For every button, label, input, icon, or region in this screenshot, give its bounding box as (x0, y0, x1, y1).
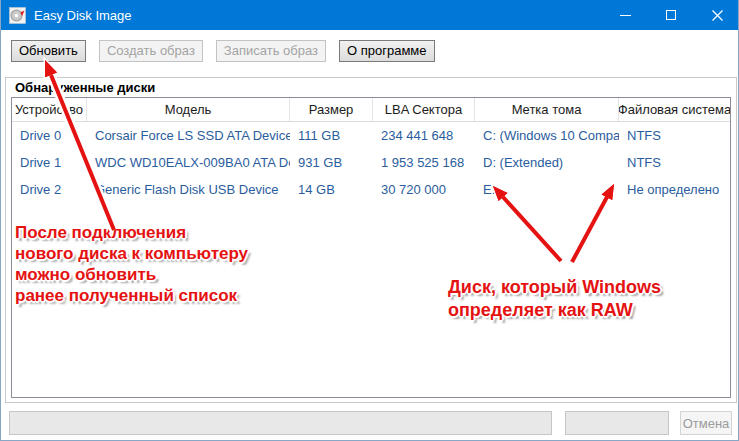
cancel-button: Отмена (680, 411, 732, 435)
cell-filesystem: NTFS (619, 149, 730, 176)
annotation-line: нового диска к компьютеру (15, 243, 248, 264)
write-image-button: Записать образ (216, 40, 326, 62)
annotation-raw-note: Диск, который Windows определяет как RAW (448, 276, 661, 322)
progress-bar-main (9, 411, 552, 435)
cell-volume-label: E: (475, 176, 619, 203)
cell-size: 14 GB (290, 176, 373, 203)
column-header-device[interactable]: Устройство (12, 98, 87, 121)
minimize-icon (620, 15, 631, 16)
table-header-row: Устройство Модель Размер LBA Сектора Мет… (12, 98, 730, 122)
annotation-line: Диск, который Windows (448, 276, 661, 299)
table-row-drive1[interactable]: Drive 1 WDC WD10EALX-009BA0 ATA Devic 93… (12, 149, 730, 176)
cell-model: WDC WD10EALX-009BA0 ATA Devic (87, 149, 290, 176)
annotation-line: можно обновить (15, 264, 248, 285)
cell-lba: 234 441 648 (373, 122, 475, 149)
cell-size: 931 GB (290, 149, 373, 176)
progress-bar-secondary (565, 411, 669, 435)
annotation-refresh-note: После подключения нового диска к компьют… (15, 222, 248, 306)
cell-lba: 1 953 525 168 (373, 149, 475, 176)
window-title: Easy Disk Image (34, 8, 132, 23)
cell-filesystem: NTFS (619, 122, 730, 149)
maximize-icon (666, 10, 676, 20)
table-row-drive0[interactable]: Drive 0 Corsair Force LS SSD ATA Device … (12, 122, 730, 149)
title-bar: Easy Disk Image (1, 0, 739, 30)
close-button[interactable] (694, 0, 739, 30)
annotation-line: ранее полученный список (15, 285, 248, 306)
cell-device: Drive 2 (12, 176, 87, 203)
group-title: Обнаруженные диски (15, 80, 155, 95)
refresh-button[interactable]: Обновить (11, 40, 86, 62)
cell-device: Drive 1 (12, 149, 87, 176)
toolbar: Обновить Создать образ Записать образ О … (11, 40, 435, 62)
column-header-filesystem[interactable]: Файловая система (619, 98, 730, 121)
column-header-lba[interactable]: LBA Сектора (373, 98, 475, 121)
cell-volume-label: C: (Windows 10 Compa (475, 122, 619, 149)
cell-lba: 30 720 000 (373, 176, 475, 203)
app-icon (9, 7, 26, 24)
maximize-button[interactable] (648, 0, 694, 30)
cell-filesystem: Не определено (619, 176, 730, 203)
minimize-button[interactable] (602, 0, 648, 30)
create-image-button: Создать образ (99, 40, 203, 62)
cell-size: 111 GB (290, 122, 373, 149)
close-icon (712, 10, 723, 21)
column-header-label[interactable]: Метка тома (475, 98, 619, 121)
annotation-line: После подключения (15, 222, 248, 243)
cell-model: Corsair Force LS SSD ATA Device (87, 122, 290, 149)
table-row-drive2[interactable]: Drive 2 Generic Flash Disk USB Device 14… (12, 176, 730, 203)
app-window: Easy Disk Image Обновить Создать образ З… (0, 0, 739, 441)
column-header-model[interactable]: Модель (87, 98, 290, 121)
column-header-size[interactable]: Размер (290, 98, 373, 121)
about-button[interactable]: О программе (339, 40, 435, 62)
cell-model: Generic Flash Disk USB Device (87, 176, 290, 203)
annotation-line: определяет как RAW (448, 299, 661, 322)
cell-volume-label: D: (Extended) (475, 149, 619, 176)
cell-device: Drive 0 (12, 122, 87, 149)
